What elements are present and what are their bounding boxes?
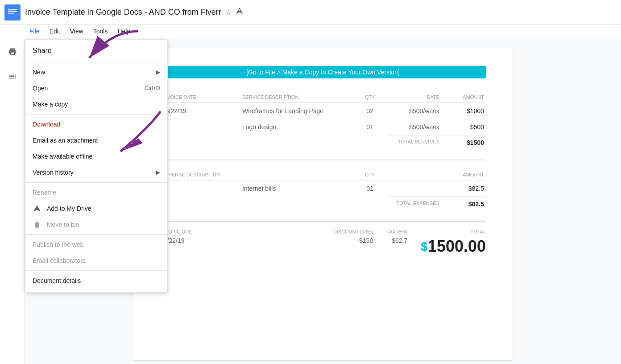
qty-header: QTY: [352, 92, 388, 103]
add-to-drive-item[interactable]: Add to My Drive: [25, 200, 167, 217]
total-expenses-row: TOTAL EXPENSES $82.5: [160, 197, 486, 213]
edit-menu[interactable]: Edit: [45, 26, 65, 37]
publish-web-label: Publish to the web: [33, 241, 83, 248]
discount-value: -$150: [333, 237, 373, 244]
open-label: Open: [33, 85, 48, 92]
outline-icon[interactable]: [4, 69, 21, 85]
service1-name: Wireframes for Landing Page: [240, 103, 352, 119]
total-expenses-label: TOTAL EXPENSES: [388, 197, 441, 213]
discount-label: DISCOUNT (10%): [333, 229, 373, 234]
total-services-row: TOTAL SERVICES $1500: [160, 135, 486, 151]
expense-header: EXPENSE DESCRIPTION: [160, 169, 240, 180]
drive-add-icon: [33, 204, 41, 213]
service-row-1: 03/22/19 Wireframes for Landing Page 02 …: [160, 103, 486, 119]
expense1-name: Internet bills: [240, 180, 352, 197]
print-icon[interactable]: [4, 44, 21, 60]
version-history-item[interactable]: Version history ▶: [25, 164, 167, 180]
svg-rect-1: [8, 9, 17, 10]
total-services-label: TOTAL SERVICES: [388, 135, 441, 151]
doc-paper: [Go to File > Make a Copy to Create Your…: [133, 48, 513, 360]
amount-header: AMOUNT: [441, 92, 486, 103]
service2-rate: $500/week: [388, 119, 441, 135]
service-row-2: Logo design 01 $500/week $500: [160, 119, 486, 135]
share-item[interactable]: Share: [25, 43, 167, 60]
title-text: Invoice Template in Google Docs - AND CO…: [25, 8, 221, 17]
file-dropdown-menu: Share New ▶ Open Ctrl+O Make a copy Down…: [25, 39, 168, 293]
make-copy-item[interactable]: Make a copy: [25, 96, 167, 112]
menu-bar: File Edit View Tools Help: [0, 25, 621, 39]
open-item[interactable]: Open Ctrl+O: [25, 80, 167, 96]
services-table: INVOICE DATE SERVICE DESCRIPTION QTY RAT…: [160, 92, 486, 151]
rename-label: Rename: [33, 189, 56, 196]
total-number: 1500.00: [428, 237, 486, 255]
tax-value: $62.7: [386, 237, 407, 244]
service2-name: Logo design: [240, 119, 352, 135]
publish-web-item[interactable]: Publish to the web: [25, 237, 167, 253]
new-label: New: [33, 69, 45, 76]
file-section-5: Document details: [25, 270, 167, 290]
tax-label: TAX (5%): [386, 229, 407, 234]
doc-title: Invoice Template in Google Docs - AND CO…: [25, 7, 244, 17]
service2-amount: $500: [441, 119, 486, 135]
trash-icon: [33, 220, 41, 229]
file-section-1: New ▶ Open Ctrl+O Make a copy: [25, 62, 167, 114]
section-divider-1: [160, 160, 486, 160]
banner-text: [Go to File > Make a Copy to Create Your…: [246, 69, 400, 76]
invoice-due-label: INVOICE DUE: [160, 229, 249, 234]
service-header: SERVICE DESCRIPTION: [240, 92, 352, 103]
drive-icon[interactable]: [236, 7, 244, 17]
doc-icon: [4, 4, 21, 20]
total-services-value: $1500: [441, 135, 486, 151]
doc-title-area: Invoice Template in Google Docs - AND CO…: [25, 7, 244, 17]
tools-menu[interactable]: Tools: [89, 26, 112, 37]
open-shortcut: Ctrl+O: [145, 85, 160, 91]
add-to-drive-label: Add to My Drive: [47, 205, 91, 212]
email-attachment-label: Email as an attachment: [33, 137, 98, 144]
download-item[interactable]: Download: [25, 116, 167, 132]
document-details-label: Document details: [33, 277, 81, 284]
left-sidebar: [0, 39, 25, 364]
make-offline-item[interactable]: Make available offline: [25, 148, 167, 164]
move-to-bin-item[interactable]: Move to bin: [25, 217, 167, 233]
dollar-sign: $: [421, 240, 428, 254]
rate-header: RATE: [388, 92, 441, 103]
banner: [Go to File > Make a Copy to Create Your…: [160, 66, 486, 78]
expense-row-1: Internet bills 01 $82.5: [160, 180, 486, 197]
email-collaborators-item[interactable]: Email collaborators: [25, 253, 167, 269]
expense-qty-header: QTY: [352, 169, 388, 180]
top-bar: Invoice Template in Google Docs - AND CO…: [0, 0, 621, 25]
view-menu[interactable]: View: [66, 26, 88, 37]
empty-date: [160, 119, 240, 135]
new-arrow: ▶: [156, 69, 160, 75]
service1-qty: 02: [352, 103, 388, 119]
expenses-table: EXPENSE DESCRIPTION QTY AMOUNT Internet …: [160, 169, 486, 212]
service1-amount: $1000: [441, 103, 486, 119]
file-section-3: Rename Add to My Drive Move to bin: [25, 182, 167, 234]
file-menu[interactable]: File: [25, 26, 44, 37]
date-header: INVOICE DATE: [160, 92, 240, 103]
expense-amount-header: AMOUNT: [441, 169, 486, 180]
file-section-4: Publish to the web Email collaborators: [25, 234, 167, 270]
make-copy-label: Make a copy: [33, 101, 68, 108]
document-details-item[interactable]: Document details: [25, 273, 167, 289]
make-offline-label: Make available offline: [33, 153, 92, 160]
invoice-date: 03/22/19: [160, 103, 240, 119]
star-icon[interactable]: ☆: [225, 8, 232, 17]
total-label: TOTAL: [421, 229, 486, 234]
total-value: $1500.00: [421, 237, 486, 255]
file-section-2: Download Email as an attachment Make ava…: [25, 114, 167, 182]
share-section: Share: [25, 41, 167, 62]
help-menu[interactable]: Help: [113, 26, 135, 37]
invoice-due-date: 04/22/19: [160, 237, 249, 244]
expense1-qty: 01: [352, 180, 388, 197]
invoice-due-section: INVOICE DUE 04/22/19 DISCOUNT (10%) -$15…: [160, 221, 486, 256]
new-item[interactable]: New ▶: [25, 64, 167, 80]
expense-desc-header: [240, 169, 352, 180]
service2-qty: 01: [352, 119, 388, 135]
rename-item[interactable]: Rename: [25, 184, 167, 200]
version-history-arrow: ▶: [156, 169, 160, 176]
email-attachment-item[interactable]: Email as an attachment: [25, 132, 167, 148]
svg-rect-0: [4, 4, 21, 20]
svg-rect-2: [8, 11, 17, 12]
version-history-label: Version history: [33, 169, 74, 176]
